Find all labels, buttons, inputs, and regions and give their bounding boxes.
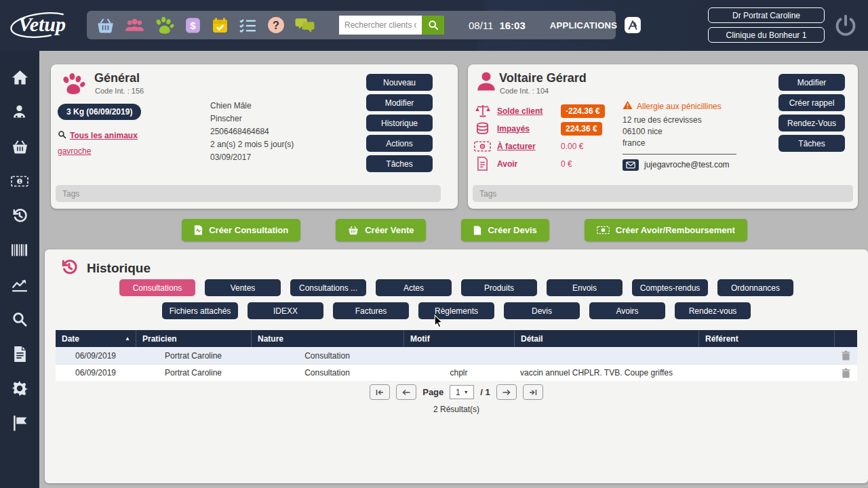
a-facturer-link[interactable]: À facturer xyxy=(497,142,555,151)
impayes-link[interactable]: Impayés xyxy=(497,124,555,134)
tab-reglements[interactable]: Règlements xyxy=(418,302,494,319)
client-email-link[interactable]: jujegavroche@test.com xyxy=(623,159,736,171)
clients-icon[interactable] xyxy=(125,16,144,35)
avoir-link[interactable]: Avoir xyxy=(497,159,555,169)
vetup-logo[interactable]: Vetup xyxy=(8,6,76,47)
next-page-button[interactable] xyxy=(496,384,517,400)
tab-ordonnances[interactable]: Ordonnances xyxy=(717,279,793,296)
search-input[interactable] xyxy=(339,16,422,35)
column-header-nature[interactable]: Nature xyxy=(251,330,403,347)
column-header-detail[interactable]: Détail xyxy=(514,330,698,347)
tasks-button[interactable]: Tâches xyxy=(366,155,433,172)
tab-produits[interactable]: Produits xyxy=(461,279,537,296)
first-page-button[interactable] xyxy=(370,384,390,400)
animal-age: 2 an(s) 2 mois 5 jour(s) xyxy=(210,138,294,151)
basket-icon[interactable] xyxy=(11,138,28,155)
messages-icon[interactable] xyxy=(295,16,315,35)
modify-client-button[interactable]: Modifier xyxy=(778,74,845,91)
paw-icon[interactable] xyxy=(155,16,174,35)
gear-icon[interactable] xyxy=(11,380,28,397)
page-select[interactable]: 1 ▼ xyxy=(450,385,474,399)
help-icon[interactable]: ? xyxy=(267,16,285,35)
tab-consultations[interactable]: Consultations xyxy=(119,279,195,296)
document-icon[interactable] xyxy=(11,345,28,363)
client-tags-input[interactable] xyxy=(473,185,853,202)
allergy-alert: Allergie aux pénicillines xyxy=(623,100,736,113)
prev-page-button[interactable] xyxy=(396,384,416,400)
history-icon[interactable] xyxy=(11,207,28,224)
animal-chip-number: 2506468464684 xyxy=(210,125,294,138)
trash-icon[interactable] xyxy=(834,350,857,361)
search-icon[interactable] xyxy=(11,310,28,328)
column-header-motif[interactable]: Motif xyxy=(403,330,514,347)
column-header-praticien[interactable]: Praticien xyxy=(136,330,251,347)
tab-ventes[interactable]: Ventes xyxy=(205,279,281,296)
animal-tags-input[interactable] xyxy=(56,185,441,202)
create-reminder-button[interactable]: Créer rappel xyxy=(778,94,845,111)
all-animals-link[interactable]: Tous les animaux xyxy=(70,131,138,140)
finance-row: Solde client -224.36 € xyxy=(473,102,605,119)
modify-button[interactable]: Modifier xyxy=(366,94,433,111)
table-row[interactable]: 06/09/2019 Portrat Caroline Consultation xyxy=(56,347,857,364)
svg-text:0: 0 xyxy=(481,144,484,148)
banknote-icon[interactable]: 1 xyxy=(11,172,28,190)
table-row[interactable]: 06/09/2019 Portrat Caroline Consultation… xyxy=(56,364,857,381)
tab-avoirs[interactable]: Avoirs xyxy=(589,302,665,319)
applications-button[interactable]: APPLICATIONS xyxy=(550,16,642,34)
sort-asc-icon[interactable]: ▲ xyxy=(125,336,130,342)
weight-badge[interactable]: 3 Kg (06/09/2019) xyxy=(58,104,141,120)
actions-button[interactable]: Actions xyxy=(366,135,433,152)
agenda-icon[interactable] xyxy=(212,16,229,35)
tab-devis[interactable]: Devis xyxy=(504,302,580,319)
solde-value-badge: -224.36 € xyxy=(561,104,605,118)
create-sale-label: Créer Vente xyxy=(365,225,414,235)
create-credit-button[interactable]: Créer Avoir/Remboursement xyxy=(585,219,747,241)
basket-icon[interactable] xyxy=(96,16,115,35)
home-icon[interactable] xyxy=(11,68,28,86)
tab-rendez-vous[interactable]: Rendez-vous xyxy=(675,302,751,319)
solde-client-link[interactable]: Solde client xyxy=(497,106,555,116)
tab-actes[interactable]: Actes xyxy=(376,279,452,296)
tasks-client-button[interactable]: Tâches xyxy=(778,135,845,152)
animal-species-sex: Chien Mâle xyxy=(210,100,294,113)
history-header: Historique xyxy=(60,258,151,279)
tab-consultations-autres[interactable]: Consultations ... xyxy=(290,279,366,296)
praticien-header-label: Praticien xyxy=(142,334,177,344)
create-consultation-button[interactable]: Créer Consultation xyxy=(182,219,300,241)
tab-fichiers-attaches[interactable]: Fichiers attachés xyxy=(162,302,238,319)
cell-nature: Consultation xyxy=(251,368,403,378)
allergy-text: Allergie aux pénicillines xyxy=(637,101,722,113)
nature-header-label: Nature xyxy=(258,334,283,344)
document-icon xyxy=(473,226,481,235)
tab-comptes-rendus[interactable]: Comptes-rendus xyxy=(632,279,708,296)
tab-idexx[interactable]: IDEXX xyxy=(248,302,323,319)
trash-icon[interactable] xyxy=(834,368,857,378)
clinic-button[interactable]: Clinique du Bonheur 1 xyxy=(708,27,825,43)
info-divider xyxy=(623,154,736,155)
animal-name-link[interactable]: gavroche xyxy=(58,146,91,156)
column-header-date[interactable]: Date ▲ xyxy=(56,330,136,347)
search-button[interactable] xyxy=(422,16,444,35)
barcode-icon[interactable] xyxy=(11,241,28,259)
client-icon[interactable] xyxy=(11,103,28,121)
chart-icon[interactable] xyxy=(11,276,28,293)
checklist-icon[interactable] xyxy=(239,16,257,35)
create-sale-button[interactable]: Créer Vente xyxy=(336,219,426,241)
appointment-button[interactable]: Rendez-Vous xyxy=(778,115,845,131)
flag-icon[interactable] xyxy=(11,414,28,432)
new-button[interactable]: Nouveau xyxy=(366,74,433,91)
last-page-button[interactable] xyxy=(523,384,543,400)
billing-icon[interactable]: $ xyxy=(184,16,201,35)
page-select-value: 1 xyxy=(456,388,460,397)
create-quote-button[interactable]: Créer Devis xyxy=(461,219,549,241)
client-email-text: jujegavroche@test.com xyxy=(644,159,730,171)
tab-envois[interactable]: Envois xyxy=(547,279,623,296)
power-icon[interactable] xyxy=(833,14,858,38)
column-header-referent[interactable]: Référent xyxy=(698,330,834,347)
history-button[interactable]: Historique xyxy=(366,115,433,131)
client-code: Code Int. : 104 xyxy=(500,87,549,95)
tab-factures[interactable]: Factures xyxy=(333,302,409,319)
current-user-button[interactable]: Dr Portrat Caroline xyxy=(708,7,825,23)
svg-text:$: $ xyxy=(190,19,196,30)
create-quote-label: Créer Devis xyxy=(488,225,536,235)
